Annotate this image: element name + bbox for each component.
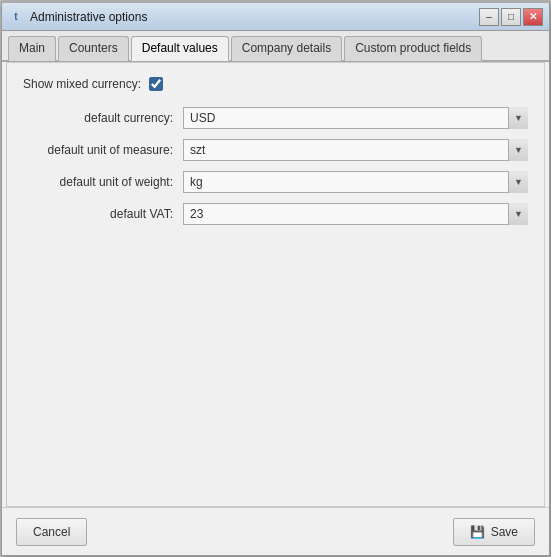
tab-main[interactable]: Main [8, 36, 56, 61]
title-bar: t Administrative options – □ ✕ [2, 3, 549, 31]
save-button[interactable]: 💾 Save [453, 518, 535, 546]
cancel-button[interactable]: Cancel [16, 518, 87, 546]
default-unit-of-measure-select-wrapper: szt pcs kg l ▼ [183, 139, 528, 161]
default-currency-control: USD EUR GBP PLN ▼ [183, 107, 528, 129]
tab-company-details[interactable]: Company details [231, 36, 342, 61]
default-unit-of-weight-select[interactable]: kg g lb oz [183, 171, 528, 193]
close-button[interactable]: ✕ [523, 8, 543, 26]
cancel-label: Cancel [33, 525, 70, 539]
default-currency-select[interactable]: USD EUR GBP PLN [183, 107, 528, 129]
default-vat-label: default VAT: [23, 207, 183, 221]
app-icon: t [8, 9, 24, 25]
default-unit-of-measure-select[interactable]: szt pcs kg l [183, 139, 528, 161]
default-unit-of-weight-select-wrapper: kg g lb oz ▼ [183, 171, 528, 193]
show-mixed-currency-label: Show mixed currency: [23, 77, 141, 91]
window-controls: – □ ✕ [479, 8, 543, 26]
show-mixed-currency-row: Show mixed currency: [23, 77, 528, 91]
tab-bar: Main Counters Default values Company det… [2, 31, 549, 62]
default-unit-of-measure-row: default unit of measure: szt pcs kg l ▼ [23, 139, 528, 161]
footer: Cancel 💾 Save [2, 507, 549, 555]
default-currency-label: default currency: [23, 111, 183, 125]
default-vat-row: default VAT: 23 8 5 0 ▼ [23, 203, 528, 225]
default-unit-of-measure-label: default unit of measure: [23, 143, 183, 157]
maximize-button[interactable]: □ [501, 8, 521, 26]
window-title: Administrative options [30, 10, 479, 24]
save-label: Save [491, 525, 518, 539]
tab-default-values[interactable]: Default values [131, 36, 229, 61]
default-unit-of-measure-control: szt pcs kg l ▼ [183, 139, 528, 161]
tab-counters[interactable]: Counters [58, 36, 129, 61]
default-vat-control: 23 8 5 0 ▼ [183, 203, 528, 225]
minimize-button[interactable]: – [479, 8, 499, 26]
default-unit-of-weight-row: default unit of weight: kg g lb oz ▼ [23, 171, 528, 193]
show-mixed-currency-checkbox[interactable] [149, 77, 163, 91]
default-vat-select[interactable]: 23 8 5 0 [183, 203, 528, 225]
tab-content: Show mixed currency: default currency: U… [6, 62, 545, 507]
default-currency-select-wrapper: USD EUR GBP PLN ▼ [183, 107, 528, 129]
tab-custom-product-fields[interactable]: Custom product fields [344, 36, 482, 61]
default-unit-of-weight-control: kg g lb oz ▼ [183, 171, 528, 193]
default-unit-of-weight-label: default unit of weight: [23, 175, 183, 189]
default-vat-select-wrapper: 23 8 5 0 ▼ [183, 203, 528, 225]
main-window: t Administrative options – □ ✕ Main Coun… [1, 1, 550, 556]
save-icon: 💾 [470, 525, 485, 539]
default-currency-row: default currency: USD EUR GBP PLN ▼ [23, 107, 528, 129]
